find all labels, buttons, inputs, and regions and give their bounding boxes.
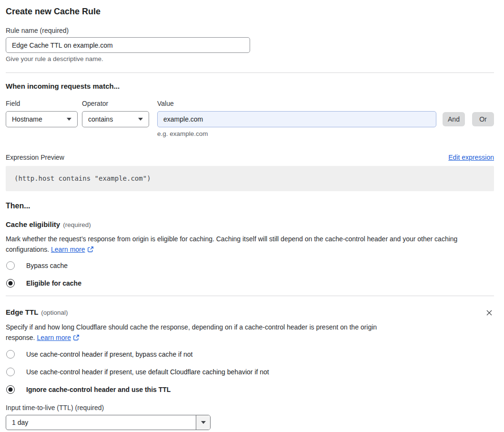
- radio-label: Use cache-control header if present, use…: [26, 368, 269, 376]
- radio-unchecked-icon: [6, 261, 15, 270]
- ttl-select[interactable]: 1 day: [6, 415, 211, 430]
- value-label: Value: [157, 100, 436, 107]
- chevron-down-icon: [201, 421, 206, 424]
- rule-name-label: Rule name (required): [6, 27, 494, 34]
- then-heading: Then...: [6, 201, 494, 210]
- divider: [6, 296, 494, 296]
- close-button[interactable]: [484, 308, 494, 318]
- learn-more-link[interactable]: Learn more: [51, 246, 85, 253]
- radio-option-use-header-default[interactable]: Use cache-control header if present, use…: [6, 368, 494, 376]
- external-link-icon: [87, 246, 94, 253]
- ttl-select-arrow[interactable]: [196, 415, 210, 430]
- cache-eligibility-heading: Cache eligibility(required): [6, 220, 494, 229]
- radio-label: Ignore cache-control header and use this…: [26, 385, 171, 394]
- divider: [6, 72, 494, 73]
- ttl-select-value: 1 day: [6, 415, 196, 430]
- create-cache-rule-form: Create new Cache Rule Rule name (require…: [0, 0, 504, 432]
- learn-more-link[interactable]: Learn more: [37, 334, 71, 341]
- close-icon: [485, 309, 493, 317]
- operator-select[interactable]: contains: [82, 111, 149, 127]
- radio-checked-icon: [6, 385, 15, 394]
- rule-name-input[interactable]: [6, 37, 250, 53]
- operator-label: Operator: [82, 100, 149, 107]
- edge-ttl-heading: Edge TTL(optional): [6, 308, 68, 317]
- radio-option-ignore-header-use-ttl[interactable]: Ignore cache-control header and use this…: [6, 385, 494, 394]
- field-label: Field: [6, 100, 78, 107]
- expression-code: (http.host contains "example.com"): [6, 166, 494, 191]
- cache-eligibility-qualifier: (required): [63, 221, 91, 228]
- radio-label: Bypass cache: [26, 261, 68, 270]
- rule-name-helper: Give your rule a descriptive name.: [6, 55, 494, 63]
- expression-preview-row: Expression Preview Edit expression: [6, 153, 494, 162]
- radio-label: Eligible for cache: [26, 279, 81, 288]
- ttl-section: Input time-to-live (TTL) (required) 1 da…: [6, 404, 494, 430]
- field-column: Field Hostname: [6, 100, 78, 127]
- value-column: Value e.g. example.com: [157, 100, 436, 138]
- and-button[interactable]: And: [443, 112, 465, 126]
- value-helper: e.g. example.com: [157, 130, 436, 138]
- chevron-down-icon: [67, 118, 71, 121]
- operator-column: Operator contains: [82, 100, 149, 127]
- edit-expression-link[interactable]: Edit expression: [448, 154, 494, 161]
- or-button[interactable]: Or: [472, 112, 494, 126]
- radio-option-bypass-cache[interactable]: Bypass cache: [6, 261, 494, 270]
- edge-ttl-header: Edge TTL(optional): [6, 308, 494, 318]
- cache-eligibility-description: Mark whether the request’s response from…: [6, 234, 494, 255]
- rule-name-section: Rule name (required) Give your rule a de…: [6, 27, 494, 63]
- match-heading: When incoming requests match...: [6, 82, 494, 91]
- radio-checked-icon: [6, 279, 15, 288]
- edge-ttl-qualifier: (optional): [41, 309, 68, 316]
- chevron-down-icon: [138, 118, 143, 121]
- radio-unchecked-icon: [6, 368, 15, 376]
- operator-select-value: contains: [88, 115, 113, 123]
- radio-label: Use cache-control header if present, byp…: [26, 350, 192, 359]
- edge-ttl-options: Use cache-control header if present, byp…: [6, 350, 494, 394]
- edge-ttl-description: Specify if and how long Cloudflare shoul…: [6, 322, 406, 343]
- expression-preview-label: Expression Preview: [6, 153, 64, 162]
- edge-ttl-title: Edge TTL: [6, 308, 38, 316]
- ttl-label: Input time-to-live (TTL) (required): [6, 404, 494, 411]
- cache-eligibility-title: Cache eligibility: [6, 220, 60, 228]
- radio-option-eligible-for-cache[interactable]: Eligible for cache: [6, 279, 494, 288]
- external-link-icon: [73, 334, 80, 341]
- match-condition-row: Field Hostname Operator contains Value e…: [6, 100, 494, 138]
- value-input[interactable]: [157, 111, 436, 127]
- radio-option-use-header-bypass[interactable]: Use cache-control header if present, byp…: [6, 350, 494, 359]
- page-title: Create new Cache Rule: [6, 6, 494, 17]
- radio-unchecked-icon: [6, 350, 15, 359]
- field-select-value: Hostname: [12, 115, 42, 123]
- field-select[interactable]: Hostname: [6, 111, 78, 127]
- cache-eligibility-options: Bypass cache Eligible for cache: [6, 261, 494, 288]
